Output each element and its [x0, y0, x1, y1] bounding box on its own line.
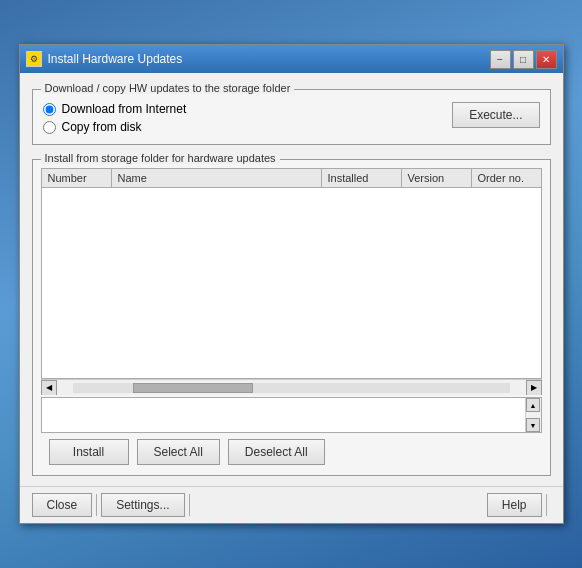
- install-group: Install from storage folder for hardware…: [32, 159, 551, 476]
- h-scroll-right-arrow[interactable]: ▶: [526, 380, 542, 396]
- execute-area: Execute...: [452, 98, 539, 128]
- select-all-button[interactable]: Select All: [137, 439, 220, 465]
- download-group-top: Download from Internet Copy from disk Ex…: [43, 98, 540, 134]
- window-icon: ⚙: [26, 51, 42, 67]
- col-installed: Installed: [322, 169, 402, 187]
- radio-copy-row: Copy from disk: [43, 120, 187, 134]
- install-group-legend: Install from storage folder for hardware…: [41, 152, 280, 164]
- table-body[interactable]: [42, 188, 541, 378]
- settings-button[interactable]: Settings...: [101, 493, 184, 517]
- description-area: ▲ ▼: [41, 397, 542, 433]
- install-button[interactable]: Install: [49, 439, 129, 465]
- v-scroll-bar: ▲ ▼: [525, 398, 541, 432]
- help-button[interactable]: Help: [487, 493, 542, 517]
- action-buttons: Install Select All Deselect All: [41, 433, 542, 471]
- bottom-bar: Close Settings... Help: [20, 486, 563, 523]
- radio-copy-disk[interactable]: [43, 121, 56, 134]
- title-bar-left: ⚙ Install Hardware Updates: [26, 51, 183, 67]
- main-window: ⚙ Install Hardware Updates − □ ✕ Downloa…: [19, 44, 564, 524]
- execute-button[interactable]: Execute...: [452, 102, 539, 128]
- h-scroll-area[interactable]: ◀ ▶: [41, 379, 542, 395]
- download-group-legend: Download / copy HW updates to the storag…: [41, 82, 295, 94]
- description-content: [42, 398, 525, 432]
- download-radio-group: Download from Internet Copy from disk: [43, 98, 187, 134]
- download-group: Download / copy HW updates to the storag…: [32, 89, 551, 145]
- h-scroll-track[interactable]: [73, 383, 510, 393]
- title-controls: − □ ✕: [490, 50, 557, 69]
- main-content: Download / copy HW updates to the storag…: [20, 73, 563, 486]
- divider-1: [96, 494, 97, 516]
- minimize-button[interactable]: −: [490, 50, 511, 69]
- radio-download-internet[interactable]: [43, 103, 56, 116]
- deselect-all-button[interactable]: Deselect All: [228, 439, 325, 465]
- maximize-button[interactable]: □: [513, 50, 534, 69]
- radio-copy-disk-label[interactable]: Copy from disk: [62, 120, 142, 134]
- hardware-table: Number Name Installed Version Order no.: [41, 168, 542, 379]
- window-title: Install Hardware Updates: [48, 52, 183, 66]
- h-scroll-thumb[interactable]: [133, 383, 253, 393]
- title-bar: ⚙ Install Hardware Updates − □ ✕: [20, 45, 563, 73]
- col-order: Order no.: [472, 169, 541, 187]
- divider-3: [546, 494, 547, 516]
- close-window-button[interactable]: ✕: [536, 50, 557, 69]
- table-header: Number Name Installed Version Order no.: [42, 169, 541, 188]
- v-scroll-up-arrow[interactable]: ▲: [526, 398, 540, 412]
- col-name: Name: [112, 169, 322, 187]
- close-button[interactable]: Close: [32, 493, 93, 517]
- divider-2: [189, 494, 190, 516]
- radio-download-row: Download from Internet: [43, 102, 187, 116]
- v-scroll-down-arrow[interactable]: ▼: [526, 418, 540, 432]
- h-scroll-left-arrow[interactable]: ◀: [41, 380, 57, 396]
- col-version: Version: [402, 169, 472, 187]
- col-number: Number: [42, 169, 112, 187]
- radio-download-internet-label[interactable]: Download from Internet: [62, 102, 187, 116]
